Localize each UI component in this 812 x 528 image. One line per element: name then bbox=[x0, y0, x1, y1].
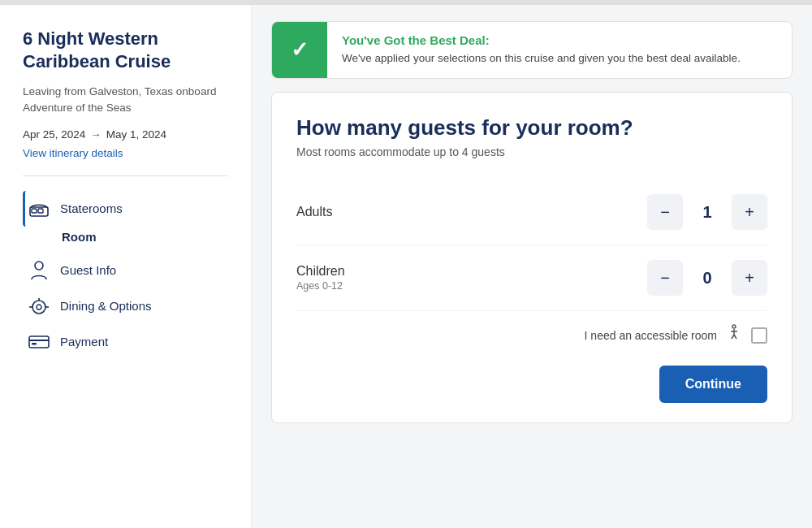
room-label: Room bbox=[62, 230, 97, 244]
sidebar-item-guest-info[interactable]: Guest Info bbox=[23, 253, 228, 288]
best-deal-check-icon: ✓ bbox=[272, 22, 327, 78]
form-title: How many guests for your room? bbox=[296, 115, 767, 141]
nav-section: Staterooms Room Guest Info bbox=[23, 191, 228, 360]
dining-icon bbox=[28, 295, 50, 318]
svg-rect-2 bbox=[38, 209, 43, 213]
sidebar: 6 Night Western Caribbean Cruise Leaving… bbox=[0, 5, 252, 528]
children-sublabel: Ages 0-12 bbox=[296, 280, 345, 292]
svg-point-4 bbox=[32, 301, 45, 314]
dining-label: Dining & Options bbox=[60, 299, 152, 313]
adults-decrement-button[interactable]: − bbox=[647, 194, 683, 230]
main-layout: 6 Night Western Caribbean Cruise Leaving… bbox=[0, 5, 812, 528]
sidebar-item-dining[interactable]: Dining & Options bbox=[23, 288, 228, 324]
accessible-label: I need an accessible room bbox=[585, 329, 717, 342]
svg-rect-6 bbox=[29, 336, 49, 348]
accessible-icon bbox=[725, 324, 743, 346]
children-decrement-button[interactable]: − bbox=[647, 260, 683, 296]
nav-group-staterooms: Staterooms Room bbox=[23, 191, 228, 248]
sidebar-item-payment[interactable]: Payment bbox=[23, 324, 228, 360]
cruise-title: 6 Night Western Caribbean Cruise bbox=[23, 28, 228, 72]
view-itinerary-link[interactable]: View itinerary details bbox=[23, 147, 228, 159]
best-deal-description: We've applied your selections on this cr… bbox=[342, 50, 741, 67]
svg-point-9 bbox=[732, 325, 736, 328]
date-arrow: → bbox=[90, 128, 102, 141]
accessible-row: I need an accessible room bbox=[296, 311, 767, 353]
guest-info-label: Guest Info bbox=[60, 263, 116, 277]
staterooms-label: Staterooms bbox=[60, 201, 123, 215]
form-subtitle: Most rooms accommodate up to 4 guests bbox=[296, 145, 767, 158]
svg-point-5 bbox=[37, 305, 41, 309]
payment-icon bbox=[28, 331, 50, 353]
adults-value: 1 bbox=[683, 203, 732, 222]
sidebar-sub-item-room[interactable]: Room bbox=[23, 227, 228, 248]
sidebar-divider bbox=[23, 175, 228, 176]
children-increment-button[interactable]: + bbox=[732, 260, 767, 296]
best-deal-banner: ✓ You've Got the Best Deal: We've applie… bbox=[271, 21, 793, 79]
children-label: Children bbox=[296, 264, 345, 279]
date-start: Apr 25, 2024 bbox=[23, 128, 85, 141]
date-end: May 1, 2024 bbox=[106, 128, 166, 141]
cruise-dates: Apr 25, 2024 → May 1, 2024 bbox=[23, 128, 228, 141]
adults-increment-button[interactable]: + bbox=[732, 194, 767, 230]
checkmark-icon: ✓ bbox=[291, 37, 309, 63]
adults-row: Adults − 1 + bbox=[296, 180, 767, 245]
svg-rect-1 bbox=[32, 209, 37, 213]
children-row: Children Ages 0-12 − 0 + bbox=[296, 245, 767, 311]
content-area: ✓ You've Got the Best Deal: We've applie… bbox=[252, 5, 812, 528]
continue-button[interactable]: Continue bbox=[659, 366, 767, 403]
guest-form-card: How many guests for your room? Most room… bbox=[271, 92, 793, 423]
form-footer: Continue bbox=[296, 353, 767, 403]
cruise-subtitle: Leaving from Galveston, Texas onboard Ad… bbox=[23, 84, 228, 117]
adults-label-group: Adults bbox=[296, 205, 332, 219]
payment-label: Payment bbox=[60, 335, 108, 348]
staterooms-icon bbox=[28, 197, 50, 220]
sidebar-item-staterooms[interactable]: Staterooms bbox=[23, 191, 228, 227]
guest-info-icon bbox=[28, 259, 50, 282]
svg-point-3 bbox=[35, 262, 43, 270]
svg-rect-8 bbox=[32, 343, 37, 345]
children-label-group: Children Ages 0-12 bbox=[296, 264, 345, 292]
children-value: 0 bbox=[683, 269, 732, 288]
accessible-checkbox[interactable] bbox=[751, 327, 767, 344]
children-stepper: − 0 + bbox=[647, 260, 767, 296]
adults-label: Adults bbox=[296, 205, 332, 219]
best-deal-text: You've Got the Best Deal: We've applied … bbox=[327, 22, 755, 78]
adults-stepper: − 1 + bbox=[647, 194, 767, 230]
best-deal-title: You've Got the Best Deal: bbox=[342, 33, 741, 47]
